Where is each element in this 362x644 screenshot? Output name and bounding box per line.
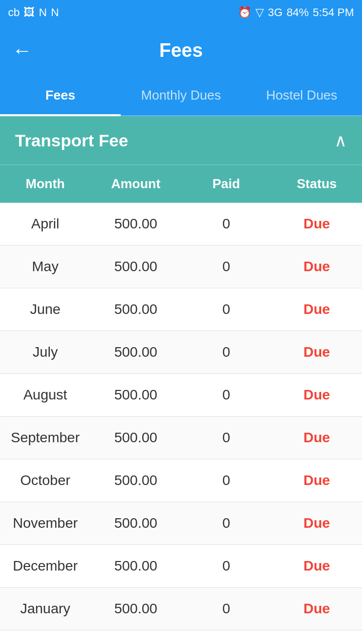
cell-paid: 0	[181, 374, 272, 416]
column-header-paid: Paid	[181, 165, 272, 203]
status-icons-left: cb 🖼 N N	[8, 6, 59, 19]
cell-amount: 500.00	[90, 630, 181, 644]
cell-status: Due	[272, 288, 362, 331]
cell-amount: 500.00	[90, 374, 181, 416]
cell-status: Due	[272, 630, 362, 644]
app-icon-n2: N	[51, 6, 59, 19]
table-row: November 500.00 0 Due	[0, 502, 362, 545]
cell-amount: 500.00	[90, 545, 181, 587]
cell-status: Due	[272, 246, 362, 288]
cell-amount: 500.00	[90, 417, 181, 459]
cell-status: Due	[272, 203, 362, 245]
cell-month: June	[0, 288, 90, 331]
cell-paid: 0	[181, 417, 272, 459]
tab-hostel-dues[interactable]: Hostel Dues	[241, 75, 362, 115]
cell-status: Due	[272, 331, 362, 373]
cell-month: December	[0, 545, 90, 587]
table-row: April 500.00 0 Due	[0, 203, 362, 246]
cell-month: April	[0, 203, 90, 245]
cell-amount: 500.00	[90, 502, 181, 544]
network-label: 3G	[268, 6, 283, 19]
cell-amount: 500.00	[90, 331, 181, 373]
cell-paid: 0	[181, 459, 272, 502]
table-row: June 500.00 0 Due	[0, 288, 362, 331]
column-header-amount: Amount	[90, 165, 181, 203]
alarm-icon: ⏰	[238, 6, 251, 19]
table-row: May 500.00 0 Due	[0, 246, 362, 288]
cell-paid: 0	[181, 246, 272, 288]
cell-paid: 0	[181, 288, 272, 331]
cell-status: Due	[272, 459, 362, 502]
fees-table: April 500.00 0 Due May 500.00 0 Due June…	[0, 203, 362, 644]
app-bar: ← Fees	[0, 25, 362, 75]
cell-paid: 0	[181, 588, 272, 630]
app-icon-cb: cb	[8, 6, 20, 19]
battery-label: 84%	[287, 6, 309, 19]
section-title: Transport Fee	[15, 131, 128, 150]
tab-monthly-dues[interactable]: Monthly Dues	[121, 75, 241, 115]
cell-month: August	[0, 374, 90, 416]
time-label: 5:54 PM	[313, 6, 354, 19]
cell-paid: 0	[181, 203, 272, 245]
chevron-up-icon: ∧	[334, 130, 347, 150]
cell-month: January	[0, 588, 90, 630]
cell-status: Due	[272, 374, 362, 416]
tab-fees[interactable]: Fees	[0, 75, 121, 115]
cell-paid: 0	[181, 545, 272, 587]
cell-amount: 500.00	[90, 203, 181, 245]
column-header-month: Month	[0, 165, 90, 203]
cell-amount: 500.00	[90, 588, 181, 630]
back-button[interactable]: ←	[12, 39, 32, 62]
cell-status: Due	[272, 417, 362, 459]
cell-month: November	[0, 502, 90, 544]
cell-paid: 0	[181, 331, 272, 373]
cell-paid: 0	[181, 630, 272, 644]
app-icon-image: 🖼	[24, 6, 35, 19]
cell-month: February	[0, 630, 90, 644]
table-row: January 500.00 0 Due	[0, 588, 362, 630]
column-header-status: Status	[272, 165, 362, 203]
status-icons-right: ⏰ ▽ 3G 84% 5:54 PM	[238, 6, 354, 19]
cell-status: Due	[272, 588, 362, 630]
table-row: August 500.00 0 Due	[0, 374, 362, 417]
app-icon-n1: N	[39, 6, 47, 19]
cell-status: Due	[272, 545, 362, 587]
cell-amount: 500.00	[90, 288, 181, 331]
status-bar: cb 🖼 N N ⏰ ▽ 3G 84% 5:54 PM	[0, 0, 362, 25]
cell-amount: 500.00	[90, 459, 181, 502]
cell-amount: 500.00	[90, 246, 181, 288]
cell-month: May	[0, 246, 90, 288]
cell-month: July	[0, 331, 90, 373]
table-row: September 500.00 0 Due	[0, 417, 362, 459]
table-row: February 500.00 0 Due	[0, 630, 362, 644]
cell-paid: 0	[181, 502, 272, 544]
page-title: Fees	[159, 40, 203, 61]
table-header: Month Amount Paid Status	[0, 165, 362, 203]
table-row: December 500.00 0 Due	[0, 545, 362, 588]
cell-month: September	[0, 417, 90, 459]
table-row: July 500.00 0 Due	[0, 331, 362, 374]
tabs-container: Fees Monthly Dues Hostel Dues	[0, 75, 362, 116]
table-row: October 500.00 0 Due	[0, 459, 362, 502]
transport-fee-section-header[interactable]: Transport Fee ∧	[0, 116, 362, 165]
cell-month: October	[0, 459, 90, 502]
wifi-icon: ▽	[255, 6, 264, 19]
cell-status: Due	[272, 502, 362, 544]
